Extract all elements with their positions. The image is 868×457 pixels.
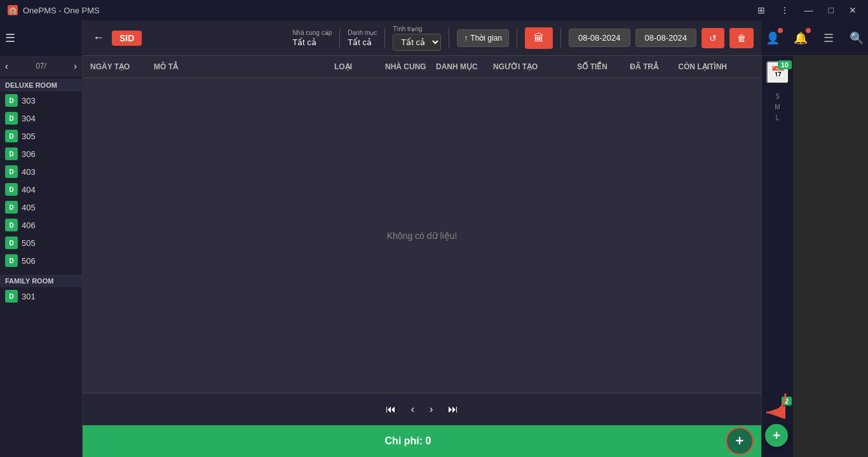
room-405[interactable]: D 405 [0,198,82,216]
maximize-btn[interactable]: □ [825,4,837,17]
date-from-btn[interactable]: 08-08-2024 [569,29,630,47]
back-btn[interactable]: ← [90,29,107,47]
title-bar-left: 🏨 OnePMS - One PMS [8,5,100,15]
room-505[interactable]: D 505 [0,234,82,252]
refresh-btn[interactable]: ↺ [702,28,724,48]
col-nha-cung: NHÀ CUNG [385,62,436,71]
room-badge-303: D [5,94,18,107]
col-loai: LOẠI [334,62,385,71]
prev-date-btn[interactable]: ‹ [5,61,8,71]
room-number-506: 506 [22,256,36,266]
room-304[interactable]: D 304 [0,109,82,127]
room-306[interactable]: D 306 [0,145,82,163]
notification-dot [778,28,783,33]
cost-label: Chi phí: 0 [90,435,726,447]
avatar-icon[interactable]: 👤 [761,27,784,50]
bank-icon: 🏛 [534,32,544,43]
room-badge-301: D [5,290,18,303]
col-da-tra: ĐÃ TRẢ [607,62,658,71]
bell-icon[interactable]: 🔔 [789,27,812,50]
menu-btn[interactable]: ⋮ [776,4,793,17]
col-tinh: TÌNH [709,62,754,71]
room-301[interactable]: D 301 [0,287,82,305]
room-403[interactable]: D 403 [0,163,82,181]
right-panel: 👤 🔔 ☰ 🔍 📅 S M L 10 [761,20,868,457]
deluxe-room-section: DELUXE ROOM D 303 D 304 D 305 D 306 D 40… [0,76,82,272]
danh-muc-group: Danh mục Tất cả [348,29,377,47]
room-number-505: 505 [22,238,36,248]
room-badge-404: D [5,183,18,196]
col-so-tien: SỐ TIỀN [550,62,607,71]
room-404[interactable]: D 404 [0,181,82,198]
table-body: Không có dữ liệu! [83,78,761,393]
sep1 [339,29,340,48]
title-bar-controls: ⊞ ⋮ — □ ✕ [754,4,860,17]
prev-page-btn[interactable]: ‹ [406,401,419,418]
delete-icon: 🗑 [737,33,746,43]
room-number-404: 404 [22,185,36,194]
pagination: ⏮ ‹ › ⏭ [83,393,761,425]
app-title: OnePMS - One PMS [23,6,100,15]
empty-message: Không có dữ liệu! [387,231,458,241]
room-303[interactable]: D 303 [0,92,82,109]
room-number-301: 301 [22,292,36,301]
content-area: ← SID Nhà cung cấp Tất cả Danh mục Tất c… [83,20,761,457]
danh-muc-value: Tất cả [348,38,377,47]
refresh-icon: ↺ [709,33,717,43]
room-406[interactable]: D 406 [0,216,82,234]
nha-cung-cap-group: Nhà cung cấp Tất cả [292,29,332,47]
room-number-304: 304 [22,114,36,123]
date-to-btn[interactable]: 08-08-2024 [635,29,697,47]
view-s-label[interactable]: S [773,92,782,101]
view-l-label[interactable]: L [773,113,782,123]
nha-cung-cap-label: Nhà cung cấp [292,29,332,36]
room-badge-505: D [5,236,18,249]
toolbar: ← SID Nhà cung cấp Tất cả Danh mục Tất c… [83,20,761,56]
arrow-indicator [760,387,792,421]
left-sidebar: ☰ ‹ 07/ › DELUXE ROOM D 303 D 304 D 305 … [0,20,83,457]
add-btn[interactable]: + [726,427,754,455]
next-date-btn[interactable]: › [74,61,77,71]
sep5 [560,29,561,48]
nha-cung-cap-value: Tất cả [292,38,332,47]
right-top-nav: 👤 🔔 ☰ 🔍 [761,20,868,56]
minimize-btn[interactable]: — [801,4,817,17]
view-mode-btns: S M L [772,89,782,125]
room-badge-403: D [5,165,18,178]
room-506[interactable]: D 506 [0,252,82,269]
bell-badge [806,28,811,33]
room-305[interactable]: D 305 [0,127,82,145]
main-layout: ☰ ‹ 07/ › DELUXE ROOM D 303 D 304 D 305 … [0,20,868,457]
floating-plus-btn[interactable]: + [765,424,788,447]
room-number-405: 405 [22,203,36,212]
room-number-403: 403 [22,167,36,177]
room-badge-506: D [5,254,18,267]
footer: Chi phí: 0 + [83,425,761,457]
extensions-btn[interactable]: ⊞ [754,4,769,17]
room-badge-406: D [5,219,18,231]
sid-badge: SID [112,31,142,46]
sort-time-btn[interactable]: ↑ Thời gian [457,29,509,47]
delete-btn[interactable]: 🗑 [729,28,754,48]
tinh-trang-select[interactable]: Tất cả [393,34,441,51]
menu-icon[interactable]: ☰ [817,27,840,50]
last-page-btn[interactable]: ⏭ [443,401,463,418]
room-badge-306: D [5,147,18,160]
bank-btn[interactable]: 🏛 [525,27,553,49]
close-btn[interactable]: ✕ [845,4,860,17]
view-m-label[interactable]: M [772,102,782,112]
search-icon[interactable]: 🔍 [845,27,868,50]
col-nguoi-tao: NGƯỜI TẠO [493,62,550,71]
tinh-trang-label: Tình trạng [393,25,441,32]
room-number-305: 305 [22,132,36,141]
deluxe-room-header: DELUXE ROOM [0,79,82,92]
sep2 [384,29,385,48]
col-mo-ta: MÔ TẢ [154,62,334,71]
room-number-306: 306 [22,149,36,159]
next-page-btn[interactable]: › [424,401,438,418]
title-bar: 🏨 OnePMS - One PMS ⊞ ⋮ — □ ✕ [0,0,868,20]
hamburger-btn[interactable]: ☰ [5,31,15,45]
room-number-406: 406 [22,221,36,230]
first-page-btn[interactable]: ⏮ [381,401,401,418]
col-ngay-tao: NGÀY TẠO [90,62,154,71]
